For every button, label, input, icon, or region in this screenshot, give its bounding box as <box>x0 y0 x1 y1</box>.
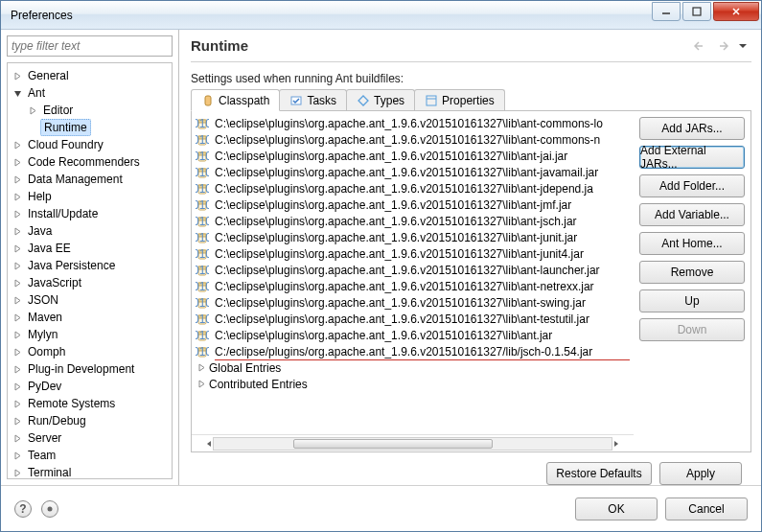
tree-item[interactable]: Editor <box>10 102 170 119</box>
tree-item-label: JSON <box>25 292 61 308</box>
tree-item[interactable]: Remote Systems <box>10 395 170 412</box>
maximize-button[interactable] <box>682 2 711 21</box>
collapse-icon[interactable] <box>12 87 23 99</box>
classpath-entry[interactable]: 010C:\eclipse\plugins\org.apache.ant_1.9… <box>196 327 634 343</box>
tree-item[interactable]: Java Persistence <box>10 257 170 274</box>
tree-item[interactable]: Team <box>10 447 170 464</box>
expand-icon[interactable] <box>12 415 23 427</box>
expand-icon[interactable] <box>12 450 23 461</box>
apply-button[interactable]: Apply <box>659 462 742 485</box>
expand-icon[interactable] <box>12 312 23 323</box>
back-button[interactable] <box>692 38 709 54</box>
expand-icon[interactable] <box>12 432 23 444</box>
tree-item[interactable]: Maven <box>10 309 170 326</box>
classpath-entry[interactable]: 010C:\eclipse\plugins\org.apache.ant_1.9… <box>196 115 634 131</box>
expand-icon[interactable] <box>12 363 23 375</box>
tree-item[interactable]: Run/Debug <box>10 412 170 429</box>
tree-item[interactable]: Terminal <box>10 464 170 479</box>
svg-text:010: 010 <box>196 182 209 196</box>
expand-icon[interactable] <box>12 329 23 340</box>
expand-icon[interactable] <box>12 139 23 150</box>
tree-item[interactable]: Runtime <box>10 119 170 136</box>
tree-item[interactable]: Plug-in Development <box>10 360 170 378</box>
expand-icon[interactable] <box>196 379 207 390</box>
scroll-thumb[interactable] <box>293 439 493 449</box>
expand-icon[interactable] <box>12 208 23 220</box>
ant-home-button[interactable]: Ant Home... <box>639 232 745 255</box>
remove-button[interactable]: Remove <box>639 261 745 284</box>
classpath-entry[interactable]: 010C:\eclipse\plugins\org.apache.ant_1.9… <box>196 311 634 327</box>
up-button[interactable]: Up <box>639 289 745 312</box>
tab-tasks[interactable]: Tasks <box>279 89 347 110</box>
tab-classpath[interactable]: Classpath <box>191 89 280 111</box>
tree-item[interactable]: PyDev <box>10 378 170 395</box>
tree-item[interactable]: Data Management <box>10 171 170 188</box>
expand-icon[interactable] <box>12 260 23 271</box>
classpath-entry[interactable]: 010C:\eclipse\plugins\org.apache.ant_1.9… <box>196 294 634 311</box>
expand-icon[interactable] <box>12 243 23 254</box>
classpath-entry[interactable]: 010C:\eclipse\plugins\org.apache.ant_1.9… <box>196 131 634 148</box>
classpath-entry[interactable]: 010C:\eclipse\plugins\org.apache.ant_1.9… <box>196 197 634 213</box>
expand-icon[interactable] <box>12 467 23 478</box>
tree-item[interactable]: Help <box>10 188 170 205</box>
expand-icon[interactable] <box>12 225 23 237</box>
add-variable-button[interactable]: Add Variable... <box>639 203 745 226</box>
scroll-right-icon[interactable] <box>612 440 620 448</box>
classpath-entry[interactable]: 010C:\eclipse\plugins\org.apache.ant_1.9… <box>196 180 634 197</box>
tree-item[interactable]: JSON <box>10 291 170 309</box>
tree-item[interactable]: Ant <box>10 84 170 102</box>
expand-icon[interactable] <box>12 156 23 168</box>
classpath-entry[interactable]: 010C:\eclipse\plugins\org.apache.ant_1.9… <box>196 229 634 245</box>
restore-defaults-button[interactable]: Restore Defaults <box>546 462 652 485</box>
classpath-entry[interactable]: 010C:\eclipse\plugins\org.apache.ant_1.9… <box>196 278 634 294</box>
tree-item-label: Editor <box>40 103 76 118</box>
close-button[interactable] <box>713 2 759 21</box>
classpath-group[interactable]: Contributed Entries <box>196 376 634 392</box>
tree-item[interactable]: Install/Update <box>10 205 170 222</box>
add-folder-button[interactable]: Add Folder... <box>639 174 745 197</box>
expand-icon[interactable] <box>12 346 23 358</box>
tree-item[interactable]: JavaScript <box>10 274 170 291</box>
classpath-entry[interactable]: 010C:\eclipse\plugins\org.apache.ant_1.9… <box>196 245 634 262</box>
add-jars-button[interactable]: Add JARs... <box>639 117 745 140</box>
forward-button[interactable] <box>713 38 730 54</box>
classpath-entry[interactable]: 010C:\eclipse\plugins\org.apache.ant_1.9… <box>196 213 634 229</box>
tab-types[interactable]: Types <box>346 89 415 110</box>
expand-icon[interactable] <box>12 398 23 409</box>
import-export-icon[interactable] <box>41 500 58 518</box>
tree-item[interactable]: General <box>10 67 170 84</box>
menu-dropdown-icon[interactable] <box>734 38 751 54</box>
minimize-button[interactable] <box>652 2 681 21</box>
expand-icon[interactable] <box>12 70 23 81</box>
tab-properties[interactable]: Properties <box>414 89 505 110</box>
cancel-button[interactable]: Cancel <box>665 497 748 520</box>
tree-item-label: Runtime <box>40 119 91 136</box>
tree-item[interactable]: Code Recommenders <box>10 153 170 171</box>
classpath-entry[interactable]: 010C:\eclipse\plugins\org.apache.ant_1.9… <box>196 148 634 164</box>
expand-icon[interactable] <box>196 362 207 374</box>
tree-item[interactable]: Java EE <box>10 240 170 257</box>
tree-item[interactable]: Oomph <box>10 343 170 360</box>
expand-icon[interactable] <box>12 173 23 185</box>
filter-input[interactable] <box>7 35 173 57</box>
horizontal-scrollbar[interactable] <box>192 434 634 451</box>
expand-icon[interactable] <box>27 104 38 116</box>
classpath-entry[interactable]: 010C:/eclipse/plugins/org.apache.ant_1.9… <box>196 343 634 359</box>
tree-item[interactable]: Cloud Foundry <box>10 136 170 153</box>
classpath-list[interactable]: 010C:\eclipse\plugins\org.apache.ant_1.9… <box>192 111 634 434</box>
scroll-left-icon[interactable] <box>205 440 213 448</box>
classpath-group[interactable]: Global Entries <box>196 359 634 376</box>
tree-item[interactable]: Mylyn <box>10 326 170 343</box>
expand-icon[interactable] <box>12 381 23 392</box>
expand-icon[interactable] <box>12 294 23 306</box>
add-external-jars-button[interactable]: Add External JARs... <box>639 146 745 169</box>
ok-button[interactable]: OK <box>575 497 658 520</box>
classpath-entry[interactable]: 010C:\eclipse\plugins\org.apache.ant_1.9… <box>196 262 634 278</box>
classpath-entry[interactable]: 010C:\eclipse\plugins\org.apache.ant_1.9… <box>196 164 634 180</box>
help-icon[interactable]: ? <box>14 500 32 518</box>
expand-icon[interactable] <box>12 191 23 202</box>
tree-item[interactable]: Java <box>10 222 170 240</box>
expand-icon[interactable] <box>12 277 23 289</box>
preferences-tree[interactable]: GeneralAntEditorRuntimeCloud FoundryCode… <box>7 62 173 479</box>
tree-item[interactable]: Server <box>10 429 170 447</box>
